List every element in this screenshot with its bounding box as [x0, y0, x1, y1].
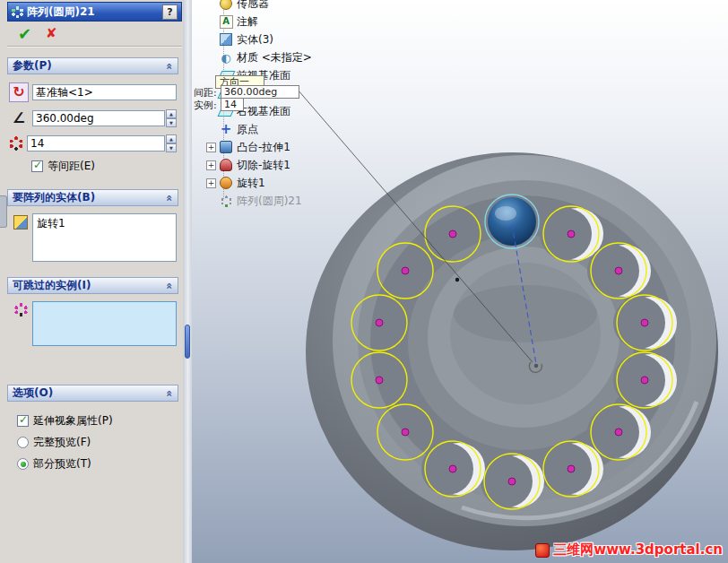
partial-preview-radio[interactable]: 部分预览(T) [17, 456, 176, 472]
tree-item-sensors[interactable]: 传感器 [206, 0, 403, 13]
panel-splitter[interactable] [183, 0, 192, 563]
section-body-skip-instances [8, 296, 178, 351]
panel-title: 阵列(圆周)21 [27, 4, 95, 20]
pattern-axis-row [9, 82, 177, 102]
seed-sphere[interactable] [485, 195, 539, 248]
tree-item-circular-pattern[interactable]: 阵列(圆周)21 [206, 192, 403, 210]
instance-count-icon [9, 136, 23, 151]
watermark: 三维网www.3dportal.cn [535, 541, 723, 559]
section-body-bodies: 旋转1 [8, 208, 178, 266]
bodies-listbox[interactable]: 旋转1 [32, 213, 177, 262]
circular-pattern-icon [12, 6, 23, 18]
full-preview-radio[interactable]: 完整预览(F) [17, 435, 176, 450]
pattern-callout: 方向一 间距: 360.00deg 实例: 14 [194, 75, 310, 113]
section-header-options[interactable]: 选项(O) « [7, 385, 178, 402]
spinner-down-icon[interactable]: ▼ [166, 118, 177, 127]
pattern-axis-input[interactable] [32, 84, 177, 100]
angle-input[interactable] [32, 110, 165, 126]
angle-spinner[interactable]: ▲ ▼ [166, 109, 177, 127]
instance-count-row: ▲ ▼ [9, 134, 177, 152]
instance-count-input[interactable] [27, 135, 165, 152]
splitter-thumb[interactable] [185, 325, 190, 359]
callout-instances-label: 实例: [194, 99, 217, 112]
tree-item-material[interactable]: 材质 <未指定> [206, 48, 403, 66]
pattern-axis-icon[interactable] [9, 82, 29, 102]
section-header-parameters[interactable]: 参数(P) « [7, 57, 178, 74]
revolve-icon [220, 177, 232, 189]
sensors-icon [220, 0, 232, 10]
radio-unselected-icon [17, 437, 29, 448]
graphics-viewport[interactable]: 传感器 注解 实体(3) 材质 <未指定> 前视基准面 上视基准面 [192, 0, 728, 563]
section-title: 要阵列的实体(B) [13, 190, 95, 205]
help-button[interactable]: ? [162, 4, 178, 20]
callout-spacing-value[interactable]: 360.00deg [221, 85, 299, 99]
listbox-item[interactable]: 旋转1 [37, 216, 172, 231]
expand-icon[interactable]: + [206, 143, 216, 152]
skip-instances-listbox[interactable] [32, 301, 177, 346]
callout-instances-value[interactable]: 14 [221, 98, 244, 111]
collapse-chevron-icon[interactable]: « [163, 195, 176, 202]
collapse-chevron-icon[interactable]: « [163, 282, 176, 290]
extrude-icon [220, 141, 232, 153]
full-preview-label: 完整预览(F) [33, 435, 91, 450]
spinner-up-icon[interactable]: ▲ [166, 109, 177, 118]
ok-button[interactable]: ✔ [18, 26, 31, 42]
section-skip-instances: 可跳过的实例(I) « [7, 277, 178, 351]
section-bodies: 要阵列的实体(B) « 旋转1 [7, 189, 178, 266]
revolve-cut-icon [220, 159, 232, 171]
section-title: 参数(P) [13, 58, 52, 74]
circular-pattern-icon [221, 195, 232, 207]
tree-item-annotations[interactable]: 注解 [206, 13, 403, 30]
tree-item-revolve1[interactable]: + 旋转1 [206, 174, 403, 192]
partial-preview-label: 部分预览(T) [33, 456, 91, 472]
spinner-down-icon[interactable]: ▼ [166, 143, 177, 152]
origin-icon [219, 122, 233, 136]
spinner-up-icon[interactable]: ▲ [166, 134, 177, 143]
material-icon [220, 51, 232, 64]
section-options: 选项(O) « 延伸视象属性(P) 完整预览(F) 部分预览(T) [7, 385, 178, 476]
panel-collapse-handle[interactable] [0, 195, 7, 228]
watermark-text: 三维网www.3dportal.cn [553, 541, 723, 559]
propagate-visual-checkbox[interactable]: 延伸视象属性(P) [17, 413, 176, 429]
watermark-logo-icon [535, 543, 550, 558]
collapse-chevron-icon[interactable]: « [163, 390, 176, 397]
solid-bodies-icon [220, 33, 232, 46]
checkbox-checked-icon [17, 415, 29, 427]
collapse-chevron-icon[interactable]: « [163, 63, 176, 70]
radio-selected-icon [17, 458, 29, 470]
property-manager-toolbar: ✔ ✘ [7, 22, 182, 47]
tree-item-cut-revolve1[interactable]: + 切除-旋转1 [206, 156, 403, 174]
property-manager-titlebar: 阵列(圆周)21 ? [7, 2, 182, 22]
cursor-dot [455, 278, 459, 282]
section-body-options: 延伸视象属性(P) 完整预览(F) 部分预览(T) [7, 402, 178, 476]
expand-icon[interactable]: + [206, 160, 216, 170]
section-header-bodies[interactable]: 要阵列的实体(B) « [7, 189, 178, 206]
section-parameters: 参数(P) « ▲ ▼ [7, 57, 178, 178]
skip-instances-icon [14, 303, 28, 316]
checkbox-checked-icon [31, 160, 43, 172]
tree-item-origin[interactable]: 原点 [206, 120, 403, 138]
tree-item-boss-extrude1[interactable]: + 凸台-拉伸1 [206, 138, 403, 156]
property-manager-panel: 阵列(圆周)21 ? ✔ ✘ 参数(P) « ▲ [0, 0, 183, 563]
solidworks-window: 阵列(圆周)21 ? ✔ ✘ 参数(P) « ▲ [0, 0, 728, 563]
angle-icon [9, 108, 29, 128]
section-body-parameters: ▲ ▼ ▲ ▼ 等间距(E) [7, 74, 178, 178]
section-title: 选项(O) [13, 385, 53, 401]
section-header-skip-instances[interactable]: 可跳过的实例(I) « [7, 277, 178, 294]
equal-spacing-checkbox[interactable]: 等间距(E) [31, 159, 176, 174]
section-title: 可跳过的实例(I) [13, 278, 91, 293]
propagate-visual-label: 延伸视象属性(P) [33, 413, 113, 429]
expand-icon[interactable]: + [206, 178, 216, 188]
annotations-icon [220, 15, 233, 29]
tree-item-solid-bodies[interactable]: 实体(3) [206, 30, 403, 48]
bodies-to-pattern-icon [13, 215, 28, 230]
angle-row: ▲ ▼ [9, 108, 177, 128]
callout-spacing-label: 间距: [194, 86, 217, 100]
count-spinner[interactable]: ▲ ▼ [166, 134, 177, 152]
equal-spacing-label: 等间距(E) [48, 159, 95, 174]
cancel-button[interactable]: ✘ [46, 27, 57, 40]
